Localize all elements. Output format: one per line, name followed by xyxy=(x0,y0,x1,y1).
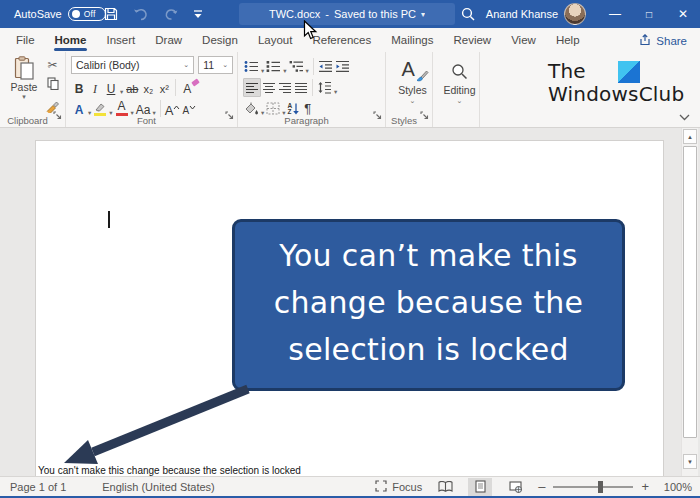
underline-dropdown-icon[interactable]: ▾ xyxy=(120,88,123,96)
callout-line-1: You can’t make this xyxy=(235,232,622,279)
print-layout-button[interactable] xyxy=(468,478,492,496)
language-indicator[interactable]: English (United States) xyxy=(102,481,215,493)
document-page[interactable]: You can’t make this change because the s… xyxy=(35,140,664,476)
tab-file[interactable]: File xyxy=(6,28,45,52)
divider xyxy=(312,79,313,96)
paste-button[interactable]: Paste ▾ xyxy=(5,56,43,117)
tab-insert[interactable]: Insert xyxy=(96,28,145,52)
share-label: Share xyxy=(656,35,687,47)
line-spacing-dropdown-icon[interactable]: ▾ xyxy=(334,88,337,96)
locked-selection-callout: You can’t make this change because the s… xyxy=(232,219,625,391)
paste-dropdown-icon: ▾ xyxy=(22,93,26,101)
tab-mailings[interactable]: Mailings xyxy=(381,28,443,52)
zoom-in-button[interactable]: + xyxy=(641,479,649,494)
clear-formatting-letter: A xyxy=(183,82,191,97)
font-name-value: Calibri (Body) xyxy=(76,59,140,71)
ribbon-tabs: File Home Insert Draw Design Layout Refe… xyxy=(0,28,700,52)
subscript-button[interactable]: x₂ xyxy=(140,78,156,97)
tab-home[interactable]: Home xyxy=(45,28,97,52)
autosave-toggle[interactable]: Off xyxy=(68,7,106,21)
numbering-dropdown-icon[interactable]: ▾ xyxy=(283,67,286,75)
title-dropdown-icon: ▾ xyxy=(421,10,425,19)
tab-draw[interactable]: Draw xyxy=(145,28,192,52)
zoom-slider[interactable] xyxy=(553,486,633,488)
tab-design[interactable]: Design xyxy=(192,28,248,52)
styles-button[interactable]: A Styles ⌄ xyxy=(391,56,434,105)
tab-layout[interactable]: Layout xyxy=(248,28,303,52)
copy-icon[interactable] xyxy=(47,76,59,94)
focus-mode-button[interactable]: Focus xyxy=(375,480,422,494)
close-button[interactable]: ✕ xyxy=(666,0,700,28)
styles-letter: A xyxy=(402,58,415,81)
decrease-indent-button[interactable] xyxy=(317,57,334,76)
styles-dropdown-icon: ⌄ xyxy=(410,97,416,105)
read-mode-button[interactable] xyxy=(433,478,457,496)
line-spacing-button[interactable] xyxy=(316,78,333,97)
zoom-slider-thumb[interactable] xyxy=(598,481,603,493)
document-title-button[interactable]: TWC.docx - Saved to this PC ▾ xyxy=(239,3,455,25)
tab-review[interactable]: Review xyxy=(443,28,501,52)
font-dialog-launcher-icon[interactable] xyxy=(225,106,234,124)
account-name[interactable]: Anand Khanse xyxy=(486,0,558,28)
status-bar: Page 1 of 1 English (United States) Focu… xyxy=(0,476,700,498)
minimize-button[interactable]: — xyxy=(598,0,632,28)
undo-icon[interactable] xyxy=(133,8,149,21)
scroll-down-icon[interactable]: ▼ xyxy=(683,454,697,469)
strikethrough-button[interactable]: ab xyxy=(124,78,140,97)
callout-line-3: selection is locked xyxy=(235,326,622,373)
clear-formatting-button[interactable]: A xyxy=(179,78,195,97)
numbering-button[interactable] xyxy=(265,57,282,76)
web-layout-button[interactable] xyxy=(503,478,527,496)
title-separator: - xyxy=(325,8,329,20)
tab-view[interactable]: View xyxy=(501,28,546,52)
account-avatar[interactable] xyxy=(564,3,586,25)
windowsclub-logo: The WindowsClub xyxy=(480,52,700,127)
collapse-ribbon-icon[interactable] xyxy=(679,107,690,125)
tab-help[interactable]: Help xyxy=(546,28,590,52)
align-right-button[interactable] xyxy=(277,78,293,97)
multilevel-dropdown-icon[interactable]: ▾ xyxy=(306,67,309,75)
superscript-button[interactable]: x² xyxy=(156,78,172,97)
show-paragraph-marks-button[interactable]: ¶ xyxy=(301,101,314,116)
align-center-button[interactable] xyxy=(261,78,277,97)
font-color-letter: A xyxy=(118,101,126,112)
chevron-down-icon xyxy=(189,105,196,110)
scrollbar-thumb[interactable] xyxy=(683,146,697,438)
customize-qat-icon[interactable] xyxy=(193,10,203,19)
sort-arrow-icon xyxy=(292,103,300,115)
paragraph-dialog-launcher-icon[interactable] xyxy=(373,106,382,124)
autosave-state: Off xyxy=(84,9,96,19)
zoom-out-button[interactable]: – xyxy=(538,479,545,494)
italic-button[interactable]: I xyxy=(87,78,103,97)
page-indicator[interactable]: Page 1 of 1 xyxy=(10,481,66,493)
callout-line-2: change because the xyxy=(235,279,622,326)
underline-button[interactable]: U xyxy=(103,78,119,97)
scroll-up-icon[interactable]: ▲ xyxy=(683,129,697,144)
editing-button[interactable]: Editing ⌄ xyxy=(438,56,481,105)
maximize-button[interactable]: □ xyxy=(632,0,666,28)
share-button[interactable]: Share xyxy=(635,31,691,50)
share-icon xyxy=(639,34,651,48)
bold-button[interactable]: B xyxy=(71,78,87,97)
bullets-button[interactable] xyxy=(243,57,260,76)
redo-icon[interactable] xyxy=(164,8,178,21)
vertical-scrollbar[interactable]: ▲ ▼ xyxy=(681,128,698,476)
save-icon[interactable] xyxy=(104,7,118,21)
multilevel-list-button[interactable] xyxy=(288,57,305,76)
autosave-control[interactable]: AutoSave Off xyxy=(14,0,106,28)
editing-button-label: Editing xyxy=(443,84,475,96)
font-size-combobox[interactable]: 11 ⌄ xyxy=(198,56,233,74)
styles-dialog-launcher-icon[interactable] xyxy=(420,106,429,124)
font-name-combobox[interactable]: Calibri (Body) ⌄ xyxy=(71,56,194,74)
bullets-dropdown-icon[interactable]: ▾ xyxy=(261,67,264,75)
font-group: Calibri (Body) ⌄ 11 ⌄ B I U ▾ ab x₂ x² A xyxy=(66,52,238,127)
justify-button[interactable] xyxy=(293,78,309,97)
zoom-level[interactable]: 100% xyxy=(660,481,692,493)
cut-icon[interactable]: ✂ xyxy=(47,59,57,71)
increase-indent-button[interactable] xyxy=(334,57,351,76)
callout-arrow xyxy=(36,379,276,471)
clipboard-dialog-launcher-icon[interactable] xyxy=(53,106,62,124)
align-left-button[interactable] xyxy=(243,78,261,97)
search-icon[interactable] xyxy=(461,7,475,25)
windowsclub-square-icon xyxy=(618,61,640,83)
